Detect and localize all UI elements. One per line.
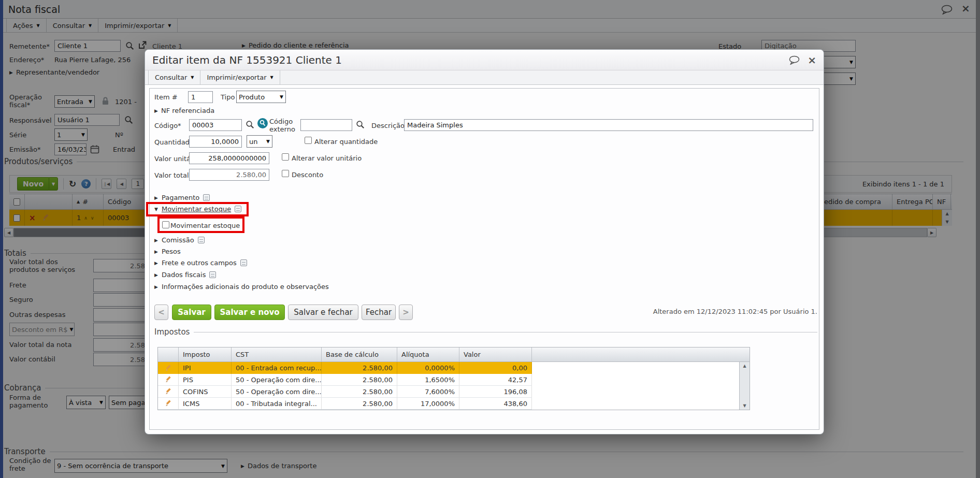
expanded-arrow-icon: ▼ <box>154 207 158 212</box>
search-icon[interactable] <box>246 120 254 129</box>
alterar-valor-unitario-checkbox[interactable] <box>282 153 289 161</box>
item-value: 1 <box>191 93 195 101</box>
base-cell: 2.580,00 <box>322 374 397 385</box>
alterar-quantidade-checkbox[interactable] <box>305 137 312 144</box>
descricao-value: Madeira Simples <box>407 121 463 129</box>
audit-text: Alterado em 12/12/2023 11:02:45 por Usuá… <box>507 308 817 315</box>
imposto-edit-cell <box>158 362 179 374</box>
imposto-cell: COFINS <box>179 386 232 397</box>
descricao-input[interactable]: Madeira Simples <box>404 119 813 131</box>
base-cell: 2.580,00 <box>322 386 397 397</box>
valor-value: 42,57 <box>508 376 527 384</box>
next-item-label: > <box>402 308 409 317</box>
imposto-name: PIS <box>183 376 193 384</box>
impostos-col-cst[interactable]: CST <box>232 347 322 361</box>
movimentar-estoque-checkbox[interactable] <box>162 221 169 228</box>
edit-pencil-icon[interactable] <box>165 400 172 407</box>
edit-pencil-icon[interactable] <box>165 388 172 395</box>
modal-menubar: Consultar ▼ Imprimir/exportar ▼ <box>145 70 824 85</box>
section-pagamento-label: Pagamento <box>162 194 199 201</box>
imposto-row-pis[interactable]: PIS 50 - Operação com dire... 2.580,00 1… <box>158 374 532 386</box>
col-base-label: Base de cálculo <box>326 351 379 358</box>
chevron-down-icon: ▼ <box>270 75 273 80</box>
aliquota-cell: 7,6000% <box>397 386 459 397</box>
imposto-row-ipi[interactable]: IPI 00 - Entrada com recup... 2.580,00 0… <box>158 362 532 374</box>
modal-close-icon[interactable]: × <box>808 55 816 65</box>
section-pesos[interactable]: ▶ Pesos <box>154 248 181 255</box>
imposto-row-icms[interactable]: ICMS 00 - Tributada integral... 2.580,00… <box>158 398 532 410</box>
tipo-select[interactable]: Produto ▼ <box>236 91 286 103</box>
base-value: 2.580,00 <box>363 364 393 372</box>
movimentar-estoque-checkbox-label: Movimentar estoque <box>170 222 240 229</box>
imposto-cell: IPI <box>179 362 232 374</box>
edit-pencil-icon[interactable] <box>165 376 172 383</box>
impostos-col-valor[interactable]: Valor <box>459 347 532 361</box>
cst-value: 50 - Operação com dire... <box>236 388 322 396</box>
impostos-legend: Impostos <box>154 327 817 337</box>
base-value: 2.580,00 <box>363 400 393 408</box>
imposto-edit-cell <box>158 398 179 409</box>
impostos-col-imposto[interactable]: Imposto <box>179 347 232 361</box>
form-icon <box>240 259 247 266</box>
valor-value: 196,08 <box>504 388 528 396</box>
next-item-button[interactable]: > <box>399 305 413 320</box>
prev-item-label: < <box>158 308 165 317</box>
comment-bubble-icon[interactable] <box>788 55 800 65</box>
codigo-label: Código* <box>154 122 181 129</box>
impostos-table: Imposto CST Base de cálculo Alíquota Val… <box>157 347 750 410</box>
app-window: Nota fiscal × Ações ▼ Consultar ▼ Imprim… <box>0 0 980 478</box>
edit-item-modal: Editar item da NF 1553921 Cliente 1 × Co… <box>145 50 824 434</box>
section-frete-outros-label: Frete e outros campos <box>162 259 237 267</box>
impostos-col-base[interactable]: Base de cálculo <box>322 347 397 361</box>
section-frete-outros[interactable]: ▶ Frete e outros campos <box>154 259 247 267</box>
section-comissao[interactable]: ▶ Comissão <box>154 236 205 244</box>
quantidade-input[interactable]: 10,0000 <box>189 136 242 148</box>
section-movimentar-estoque[interactable]: ▼ Movimentar estoque <box>154 205 241 213</box>
section-dados-fiscais[interactable]: ▶ Dados fiscais <box>154 271 216 279</box>
salvar-e-fechar-label: Salvar e fechar <box>294 308 353 317</box>
cst-value: 50 - Operação com dire... <box>236 376 322 384</box>
modal-menu-consultar[interactable]: Consultar ▼ <box>148 70 200 84</box>
salvar-button[interactable]: Salvar <box>172 305 211 320</box>
product-lookup-icon[interactable] <box>257 118 268 129</box>
scroll-up-icon[interactable]: ▲ <box>743 364 746 368</box>
cst-cell: 50 - Operação com dire... <box>232 386 322 397</box>
prev-item-button[interactable]: < <box>154 305 168 320</box>
form-icon <box>209 271 216 278</box>
scroll-down-icon[interactable]: ▼ <box>743 403 746 408</box>
search-icon[interactable] <box>356 120 365 129</box>
impostos-col-aliquota[interactable]: Alíquota <box>397 347 459 361</box>
valor-unitario-value: 258,0000000000 <box>208 154 266 162</box>
imposto-row-cofins[interactable]: COFINS 50 - Operação com dire... 2.580,0… <box>158 386 532 398</box>
impostos-vscrollbar[interactable]: ▲ ▼ <box>739 362 750 410</box>
codigo-input[interactable]: 00003 <box>189 119 242 131</box>
section-info-adicionais[interactable]: ▶ Informações adicionais do produto e ob… <box>154 283 329 291</box>
valor-cell: 438,60 <box>459 398 532 409</box>
modal-menu-imprimir[interactable]: Imprimir/exportar ▼ <box>200 70 280 84</box>
imposto-edit-cell <box>158 374 179 385</box>
section-pagamento[interactable]: ▶ Pagamento <box>154 194 210 201</box>
desconto-checkbox[interactable] <box>282 170 289 177</box>
nf-referenciada-link[interactable]: ▶ NF referenciada <box>154 107 214 114</box>
impostos-col-filler <box>532 347 739 361</box>
fechar-button[interactable]: Fechar <box>362 305 396 320</box>
codigo-externo-input[interactable] <box>300 119 352 131</box>
aliquota-value: 7,6000% <box>425 388 455 396</box>
base-value: 2.580,00 <box>363 388 393 396</box>
salvar-e-fechar-button[interactable]: Salvar e fechar <box>288 305 358 320</box>
legend-line <box>194 332 817 332</box>
item-input[interactable]: 1 <box>188 91 213 103</box>
imposto-cell: ICMS <box>179 398 232 409</box>
edit-pencil-icon[interactable] <box>165 365 172 372</box>
cst-value: 00 - Tributada integral... <box>236 400 317 408</box>
salvar-e-novo-label: Salvar e novo <box>220 308 279 317</box>
aliquota-value: 17,0000% <box>421 400 455 408</box>
base-value: 2.580,00 <box>363 376 393 384</box>
col-imposto-label: Imposto <box>183 351 210 358</box>
unidade-select[interactable]: un ▼ <box>247 135 272 148</box>
form-icon <box>235 206 241 212</box>
alterar-valor-unitario-label: Alterar valor unitário <box>292 154 362 162</box>
chevron-down-icon: ▼ <box>264 139 270 144</box>
valor-unitario-input[interactable]: 258,0000000000 <box>189 152 269 164</box>
salvar-e-novo-button[interactable]: Salvar e novo <box>214 305 285 320</box>
